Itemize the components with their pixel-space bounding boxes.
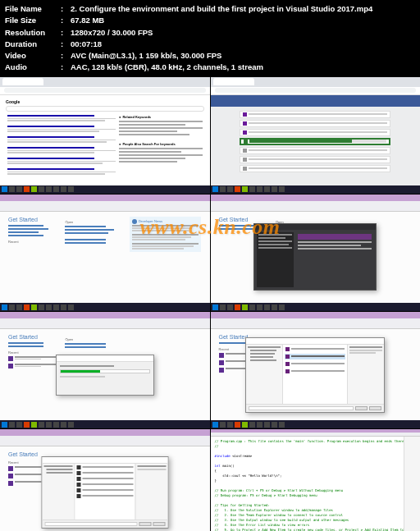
taskbar <box>211 185 421 194</box>
colon: : <box>61 15 71 26</box>
colon: : <box>61 27 71 39</box>
installer-row <box>240 111 390 118</box>
open-heading: Open <box>65 220 122 224</box>
filename-label: File Name <box>5 3 61 15</box>
browser-chrome <box>0 77 210 87</box>
installer-row <box>240 147 390 154</box>
video-label: Video <box>5 50 61 62</box>
page-content: Google ● Related Keywords ● People Also … <box>0 95 210 185</box>
filename-row: File Name : 2. Configure the environment… <box>5 3 415 15</box>
thumbnail-5: Get Started Recent Open <box>0 312 210 428</box>
resolution-label: Resolution <box>5 27 61 39</box>
thumbnail-6: Get Started Recent <box>211 312 421 428</box>
address-bar <box>211 87 421 95</box>
address-bar <box>0 87 210 95</box>
start-icon <box>2 186 7 192</box>
solution-explorer-dock <box>404 437 420 531</box>
related-keywords-heading: ● Related Keywords <box>119 115 203 119</box>
installer-row <box>240 120 390 127</box>
colon: : <box>61 62 71 73</box>
dev-news-card: Developer News <box>130 217 202 252</box>
thumbnail-4: Get Started Open <box>211 195 421 311</box>
duration-value: 00:07:18 <box>71 39 415 50</box>
search-results <box>7 115 116 179</box>
progress-bar <box>249 140 386 143</box>
thumbnail-grid: Google ● Related Keywords ● People Also … <box>0 77 420 532</box>
vs-toolbar <box>0 206 210 212</box>
url-field <box>4 88 206 93</box>
audio-label: Audio <box>5 62 61 73</box>
new-project-dialog <box>245 337 385 413</box>
metadata-header: File Name : 2. Configure the environment… <box>0 0 420 77</box>
duration-row: Duration : 00:07:18 <box>5 39 415 50</box>
side-panel: ● Related Keywords ● People Also Search … <box>119 115 203 179</box>
browser-chrome <box>211 77 421 87</box>
blue-banner <box>211 95 421 107</box>
thumbnail-8: // Program.cpp : This file contains the … <box>211 429 421 531</box>
search-box <box>6 106 204 112</box>
installer-row <box>240 156 390 163</box>
thumbnail-1: Google ● Related Keywords ● People Also … <box>0 77 210 194</box>
duration-label: Duration <box>5 39 61 50</box>
also-search-heading: ● People Also Search For keywords <box>119 142 203 146</box>
audio-row: Audio : AAC, 128 kb/s (CBR), 48.0 kHz, 2… <box>5 62 415 73</box>
options-dialog <box>253 223 377 291</box>
vs-title-bar <box>0 195 210 201</box>
taskbar <box>0 185 210 194</box>
installer-progress-row <box>240 138 390 145</box>
thumbnail-3: Get Started Recent Open Developer News <box>0 195 210 311</box>
recent-heading: Recent <box>8 240 58 244</box>
installer-dialog <box>56 355 154 396</box>
resolution-row: Resolution : 1280x720 / 30.000 FPS <box>5 27 415 39</box>
thumbnail-7: Get Started Recent <box>0 429 210 531</box>
google-logo: Google <box>2 98 208 106</box>
resolution-value: 1280x720 / 30.000 FPS <box>71 27 415 39</box>
colon: : <box>61 3 71 15</box>
thumbnail-2 <box>211 77 421 194</box>
colon: : <box>61 39 71 50</box>
add-item-dialog <box>41 456 168 529</box>
browser-tab <box>2 78 43 85</box>
installer-row <box>240 129 390 136</box>
vs-start-page: Get Started Recent Open Developer News <box>0 212 210 303</box>
audio-value: AAC, 128 kb/s (CBR), 48.0 kHz, 2 channel… <box>71 62 415 73</box>
installer-row <box>240 165 390 172</box>
colon: : <box>61 50 71 62</box>
video-value: AVC (Main@L3.1), 1 159 kb/s, 30.000 FPS <box>71 50 415 62</box>
filesize-row: File Size : 67.82 MB <box>5 15 415 26</box>
filesize-value: 67.82 MB <box>71 15 415 26</box>
installer-panel <box>211 107 421 185</box>
filesize-label: File Size <box>5 15 61 26</box>
get-started-heading: Get Started <box>8 217 58 222</box>
code-editor: // Program.cpp : This file contains the … <box>211 437 421 531</box>
filename-value: 2. Configure the environment and build t… <box>71 3 415 15</box>
video-row: Video : AVC (Main@L3.1), 1 159 kb/s, 30.… <box>5 50 415 62</box>
